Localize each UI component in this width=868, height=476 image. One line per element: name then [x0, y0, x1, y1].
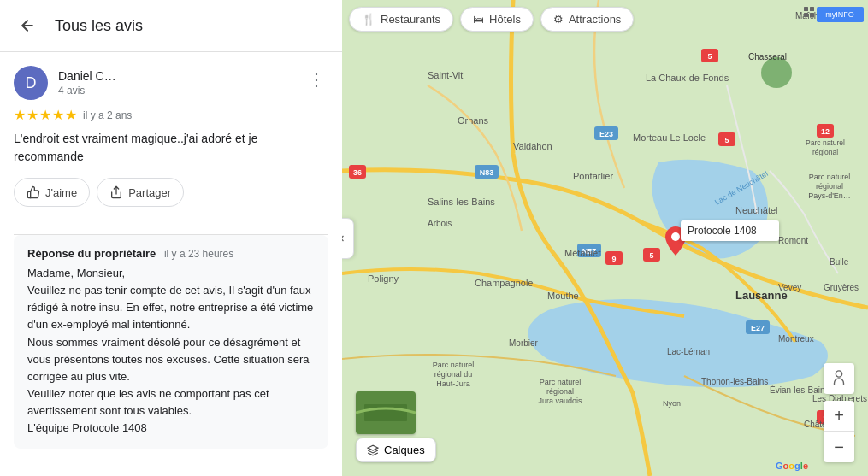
- svg-text:Parc naturel: Parc naturel: [806, 138, 845, 147]
- svg-text:La Chaux-de-Fonds: La Chaux-de-Fonds: [646, 73, 729, 83]
- svg-text:5: 5: [724, 136, 729, 144]
- svg-text:Lac-Léman: Lac-Léman: [667, 347, 710, 356]
- svg-text:Saint-Vit: Saint-Vit: [428, 70, 463, 80]
- map-panel: N83 N57 E23 5 9 5 E27 36 5 12: [342, 0, 868, 476]
- restaurants-tab[interactable]: 🍴 Restaurants: [349, 7, 453, 32]
- svg-text:Métabief: Métabief: [564, 248, 601, 258]
- stars-row: ★★★★★ il y a 2 ans: [14, 107, 328, 123]
- svg-text:Parc naturel: Parc naturel: [433, 361, 475, 369]
- svg-text:Gruyères: Gruyères: [824, 283, 859, 292]
- svg-text:Morbier: Morbier: [509, 338, 539, 348]
- svg-text:Morteau  Le Locle: Morteau Le Locle: [633, 132, 706, 143]
- owner-response-time: il y a 23 heures: [164, 248, 233, 260]
- svg-text:Montreux: Montreux: [778, 334, 814, 344]
- svg-text:Neuchâtel: Neuchâtel: [735, 205, 778, 215]
- owner-response: Réponse du propriétaire il y a 23 heures…: [14, 235, 328, 449]
- svg-text:Mouthe: Mouthe: [547, 291, 579, 301]
- svg-text:N83: N83: [480, 168, 494, 177]
- reviewer-name: Daniel C…: [58, 69, 116, 83]
- restaurant-icon: 🍴: [362, 13, 375, 26]
- back-button[interactable]: [14, 12, 41, 39]
- svg-text:Pontarlier: Pontarlier: [573, 171, 613, 181]
- map-container[interactable]: N83 N57 E23 5 9 5 E27 36 5 12: [342, 0, 868, 476]
- like-icon: [27, 185, 40, 199]
- reviewer-row: D Daniel C… 4 avis ⋮: [14, 66, 328, 100]
- owner-header: Réponse du propriétaire il y a 23 heures: [27, 247, 315, 260]
- svg-text:Arbois: Arbois: [428, 219, 452, 228]
- hotels-label: Hôtels: [489, 13, 521, 26]
- share-icon: [109, 185, 123, 199]
- share-label: Partager: [128, 186, 171, 199]
- reviewer-details: Daniel C… 4 avis: [58, 69, 116, 97]
- svg-text:5: 5: [707, 52, 712, 61]
- layers-button[interactable]: Calques: [356, 438, 436, 462]
- layers-icon: [367, 444, 379, 456]
- svg-text:Jura vaudois: Jura vaudois: [538, 397, 582, 405]
- chevron-left-icon: [342, 233, 347, 244]
- map-marker-label: Protocole 1408: [681, 220, 779, 241]
- svg-text:Valdahon: Valdahon: [513, 141, 552, 151]
- bed-icon: 🛏: [473, 13, 484, 26]
- svg-rect-75: [364, 404, 407, 421]
- svg-point-62: [761, 57, 792, 88]
- map-controls: + −: [824, 363, 854, 462]
- svg-text:Pays-d'En…: Pays-d'En…: [808, 191, 851, 200]
- collapse-panel-button[interactable]: [342, 218, 354, 259]
- svg-text:Parc naturel: Parc naturel: [809, 173, 851, 181]
- svg-text:Parc naturel: Parc naturel: [540, 378, 582, 386]
- svg-text:Nyon: Nyon: [663, 399, 681, 408]
- more-options-button[interactable]: ⋮: [304, 66, 328, 93]
- street-view-button[interactable]: [824, 363, 854, 394]
- map-topbar: 🍴 Restaurants 🛏 Hôtels ⚙ Attractions: [349, 7, 861, 32]
- svg-text:9: 9: [611, 255, 616, 263]
- svg-text:36: 36: [353, 168, 362, 177]
- svg-text:12: 12: [821, 127, 830, 136]
- attractions-tab[interactable]: ⚙ Attractions: [540, 7, 634, 32]
- layers-area: Calques: [356, 391, 436, 462]
- reviewer-info: D Daniel C… 4 avis: [14, 66, 116, 100]
- svg-text:Ornans: Ornans: [458, 115, 489, 126]
- svg-text:Vevey: Vevey: [778, 283, 801, 292]
- review-time: il y a 2 ans: [83, 109, 132, 121]
- zoom-out-button[interactable]: −: [824, 432, 854, 462]
- svg-text:Champagnole: Champagnole: [475, 278, 534, 288]
- star-rating: ★★★★★: [14, 107, 78, 123]
- svg-text:régional: régional: [546, 387, 574, 396]
- svg-text:Poligny: Poligny: [368, 273, 399, 284]
- svg-text:Thonon-les-Bains: Thonon-les-Bains: [701, 377, 768, 386]
- owner-response-text: Madame, Monsieur, Veuillez ne pas tenir …: [27, 265, 315, 437]
- hotels-tab[interactable]: 🛏 Hôtels: [460, 7, 534, 32]
- restaurants-label: Restaurants: [381, 13, 440, 26]
- review-text: L'endroit est vraiment magique..j'ai ado…: [14, 130, 328, 166]
- reviewer-count: 4 avis: [58, 85, 116, 97]
- svg-text:Chasseral: Chasseral: [748, 52, 787, 62]
- review-panel: Tous les avis D Daniel C… 4 avis ⋮ ★★★★★…: [0, 0, 342, 476]
- street-view-icon: [830, 369, 848, 388]
- svg-text:5: 5: [649, 251, 653, 260]
- avatar: D: [14, 66, 48, 100]
- panel-header: Tous les avis: [0, 0, 342, 52]
- attractions-label: Attractions: [569, 13, 621, 26]
- layers-label: Calques: [384, 444, 425, 456]
- svg-text:E23: E23: [599, 130, 613, 138]
- svg-text:régional: régional: [812, 148, 838, 156]
- zoom-in-button[interactable]: +: [824, 401, 854, 432]
- svg-text:régional: régional: [816, 182, 843, 191]
- svg-point-77: [836, 371, 841, 377]
- map-thumbnail: [356, 391, 416, 434]
- action-row: J'aime Partager: [14, 178, 328, 207]
- svg-text:E27: E27: [751, 324, 765, 332]
- svg-text:Haut-Jura: Haut-Jura: [436, 379, 470, 388]
- svg-text:régional du: régional du: [434, 370, 473, 379]
- owner-response-title: Réponse du propriétaire: [27, 247, 156, 260]
- svg-text:Protocole 1408: Protocole 1408: [688, 225, 757, 237]
- svg-point-71: [671, 232, 680, 241]
- gear-icon: ⚙: [553, 13, 564, 26]
- zoom-controls: + −: [824, 401, 854, 462]
- google-logo: Google: [776, 461, 808, 471]
- like-label: J'aime: [45, 186, 77, 199]
- share-button[interactable]: Partager: [97, 178, 184, 207]
- review-card: D Daniel C… 4 avis ⋮ ★★★★★ il y a 2 ans …: [0, 52, 342, 234]
- like-button[interactable]: J'aime: [14, 178, 90, 207]
- svg-text:Salins-les-Bains: Salins-les-Bains: [428, 197, 495, 207]
